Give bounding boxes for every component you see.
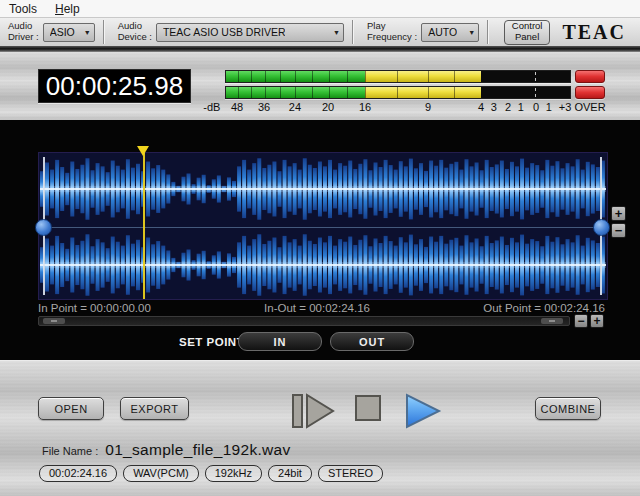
format-badge: STEREO [318,465,383,482]
vertical-zoom-out-button[interactable]: − [611,223,626,238]
teac-logo: TEAC [562,21,626,44]
control-panel-button[interactable]: Control Panel [504,20,550,45]
format-badge: 00:02:24.16 [39,465,117,482]
meter-scale: -dB48362420169432101+3OVER [225,101,571,115]
format-badge: WAV(PCM) [123,465,199,482]
in-point-handle[interactable] [35,219,52,236]
combine-button[interactable]: COMBINE [535,397,601,420]
meter-scale-label: 1 [518,101,524,113]
stop-icon [354,394,382,422]
set-in-button[interactable]: IN [238,332,322,351]
play-pause-button[interactable] [290,391,336,435]
audio-driver-label: Audio Driver : [8,21,39,43]
play-button[interactable] [404,391,442,435]
horizontal-zoom-out-button[interactable]: − [574,314,588,328]
stop-button[interactable] [354,394,382,426]
audio-device-value: TEAC ASIO USB DRIVER [163,26,286,38]
play-pause-icon [290,391,336,431]
meter-scale-label: -dB [203,101,220,113]
file-name-label: File Name : [42,445,98,457]
toolbar-separator [487,20,488,44]
point-labels-row: In Point = 00:00:00.00 In-Out = 00:02:24… [38,302,605,314]
level-meter-bar-right [225,86,571,99]
chevron-down-icon: ▼ [468,29,475,36]
chevron-down-icon: ▼ [84,29,91,36]
waveform-channel-right [40,232,606,298]
meter-scale-label: +3 [559,101,572,113]
export-button[interactable]: EXPORT [120,397,189,420]
menu-bar: ToolsHelp [0,0,640,18]
time-display: 00:00:25.98 [38,69,191,103]
over-indicator-left [575,70,605,83]
meter-scale-label: 0 [533,101,539,113]
play-frequency-select[interactable]: AUTO ▼ [421,23,479,42]
waveform-panel: + − In Point = 00:00:00.00 In-Out = 00:0… [0,120,640,360]
meter-scale-label: 1 [546,101,552,113]
meter-scale-label: 9 [425,101,431,113]
scrollbar-right-handle[interactable] [541,318,563,324]
playhead[interactable] [143,153,145,299]
format-badge: 192kHz [205,465,262,482]
open-button[interactable]: OPEN [38,397,104,420]
toolbar-separator [352,20,353,44]
chevron-down-icon: ▼ [333,29,340,36]
in-out-label: In-Out = 00:02:24.16 [264,302,370,314]
toolbar: Audio Driver : ASIO ▼ Audio Device : TEA… [0,18,640,46]
audio-device-select[interactable]: TEAC ASIO USB DRIVER ▼ [156,23,344,42]
audio-driver-value: ASIO [50,26,75,38]
play-frequency-value: AUTO [428,26,457,38]
toolbar-separator [103,20,104,44]
out-point-handle[interactable] [593,219,610,236]
file-format-badges: 00:02:24.16WAV(PCM)192kHz24bitSTEREO [39,465,383,482]
meter-scale-label: 20 [322,101,334,113]
play-icon [404,391,442,431]
waveform-scrollbar[interactable] [38,316,570,326]
format-badge: 24bit [268,465,312,482]
teac-hi-res-editor-window: ToolsHelp Audio Driver : ASIO ▼ Audio De… [0,0,640,496]
waveform-display[interactable] [38,152,608,300]
vertical-zoom-in-button[interactable]: + [611,206,626,221]
scrollbar-left-handle[interactable] [43,318,65,324]
audio-driver-select[interactable]: ASIO ▼ [43,23,95,42]
out-point-label: Out Point = 00:02:24.16 [483,302,605,314]
over-indicator-right [575,86,605,99]
menu-help[interactable]: Help [46,1,89,17]
meter-scale-label: 36 [258,101,270,113]
meter-scale-label: 2 [505,101,511,113]
waveform-channel-left [40,156,606,222]
file-name-row: File Name : 01_sample_file_192k.wav [42,441,291,459]
bottom-panel: OPEN EXPORT COMBINE [0,360,640,496]
playhead-marker-icon[interactable] [137,146,149,156]
meter-scale-label: 48 [231,101,243,113]
in-point-label: In Point = 00:00:00.00 [38,302,151,314]
meter-scale-label: 4 [478,101,484,113]
meter-scale-label: OVER [574,101,605,113]
set-out-button[interactable]: OUT [330,332,414,351]
file-name-value: 01_sample_file_192k.wav [105,441,290,459]
play-frequency-label: Play Frequency : [367,21,417,43]
level-meter-bar-left [225,70,571,83]
meter-scale-label: 3 [491,101,497,113]
level-meter: -dB48362420169432101+3OVER [225,70,610,116]
menu-tools[interactable]: Tools [0,1,46,17]
meter-scale-label: 24 [289,101,301,113]
meter-scale-label: 16 [359,101,371,113]
horizontal-zoom-in-button[interactable]: + [590,314,604,328]
channel-divider-line [41,227,605,228]
set-point-label: SET POINT [179,336,244,348]
audio-device-label: Audio Device : [118,21,152,43]
display-panel: 00:00:25.98 -dB48362420169432101+3OVER [0,52,640,120]
